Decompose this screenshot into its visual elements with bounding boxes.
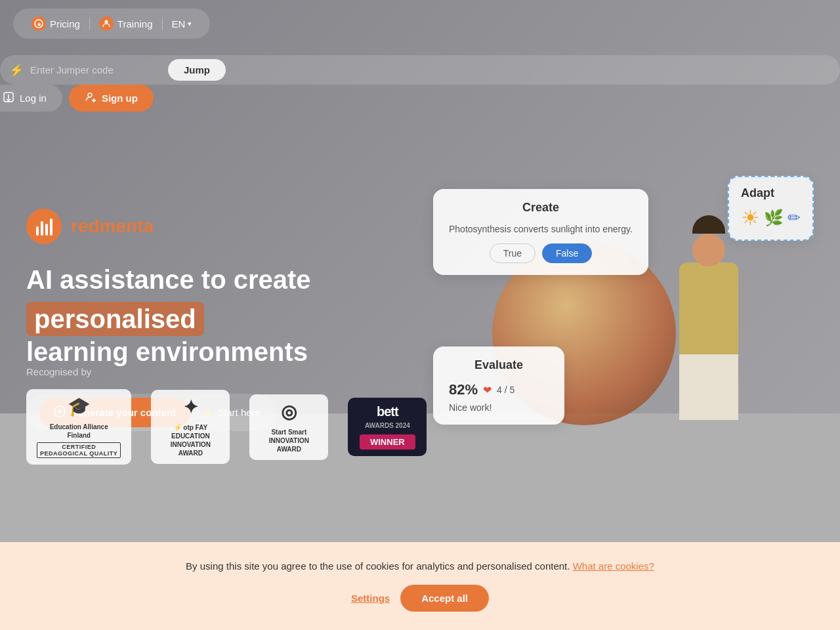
bar4 bbox=[50, 219, 52, 236]
otp-icon: ✦ bbox=[183, 396, 198, 418]
bar3 bbox=[45, 224, 48, 236]
ss-icon: ◎ bbox=[281, 401, 297, 423]
pricing-nav-item[interactable]: ★ Pricing bbox=[25, 14, 87, 33]
ss-name: Start SmartINNOVATIONAWARD bbox=[269, 428, 309, 453]
bett-title: bett bbox=[377, 404, 398, 419]
svg-point-2 bbox=[104, 20, 108, 24]
bolt-icon: ⚡ bbox=[9, 63, 24, 77]
bar2 bbox=[41, 221, 43, 236]
bett-winner: WINNER bbox=[360, 434, 415, 450]
pricing-label: Pricing bbox=[50, 18, 80, 30]
right-panel: Create Photosynthesis converts sunlight … bbox=[394, 163, 814, 524]
eaf-certified: CERTIFIEDPEDAGOGICAL QUALITY bbox=[37, 442, 121, 458]
svg-text:★: ★ bbox=[37, 22, 42, 28]
hero-title-highlight-wrap: personalised bbox=[26, 302, 394, 336]
eaf-icon: 🎓 bbox=[68, 396, 91, 417]
jumper-bar: ⚡ Jump bbox=[0, 55, 840, 85]
jump-button[interactable]: Jump bbox=[168, 59, 226, 81]
cookie-buttons: Settings Accept all bbox=[351, 585, 489, 612]
true-false-row: True False bbox=[449, 243, 633, 263]
badge-eaf: 🎓 Education AllianceFinland CERTIFIEDPED… bbox=[26, 389, 131, 465]
nav-divider bbox=[89, 17, 90, 30]
badges-row: 🎓 Education AllianceFinland CERTIFIEDPED… bbox=[26, 389, 840, 465]
training-label: Training bbox=[117, 18, 153, 30]
leaf-icon: 🌿 bbox=[764, 209, 784, 227]
badge-otp: ✦ ⚡ otp FAYEDUCATIONINNOVATIONAWARD bbox=[151, 390, 230, 464]
login-icon bbox=[3, 91, 14, 105]
training-icon bbox=[99, 16, 114, 31]
adapt-card-title: Adapt bbox=[741, 186, 801, 200]
create-card-question: Photosynthesis converts sunlight into en… bbox=[449, 224, 633, 234]
false-button[interactable]: False bbox=[542, 243, 592, 263]
user-plus-icon bbox=[85, 91, 96, 105]
hero-title-line1: AI assistance to create bbox=[26, 264, 394, 295]
person-head bbox=[692, 234, 725, 266]
signup-label: Sign up bbox=[102, 93, 138, 104]
hero-highlight: personalised bbox=[26, 302, 204, 336]
nav-left-group: ★ Pricing Training EN ▾ bbox=[13, 9, 210, 39]
training-nav-item[interactable]: Training bbox=[93, 14, 159, 33]
badge-bett: bett AWARDS 2024 WINNER bbox=[348, 398, 427, 456]
brand-row: redmenta bbox=[26, 209, 394, 244]
login-button[interactable]: Log in bbox=[0, 85, 62, 112]
cookie-accept-button[interactable]: Accept all bbox=[400, 585, 489, 612]
create-card: Create Photosynthesis converts sunlight … bbox=[433, 189, 648, 275]
nav-right: Log in Sign up bbox=[0, 85, 827, 112]
otp-name: ⚡ otp FAYEDUCATIONINNOVATIONAWARD bbox=[171, 423, 211, 457]
person-hair bbox=[692, 215, 725, 234]
pricing-icon: ★ bbox=[32, 16, 46, 31]
hero-subtitle: learning environments bbox=[26, 336, 394, 368]
badge-startsmart: ◎ Start SmartINNOVATIONAWARD bbox=[249, 394, 328, 460]
pencil-icon: ✏ bbox=[788, 209, 801, 227]
true-button[interactable]: True bbox=[490, 243, 536, 263]
language-selector[interactable]: EN ▾ bbox=[165, 16, 199, 32]
cookie-banner: By using this site you agree to the use … bbox=[0, 542, 840, 630]
cookie-settings-button[interactable]: Settings bbox=[351, 585, 390, 612]
bett-awards: AWARDS 2024 bbox=[365, 422, 410, 429]
cookie-link[interactable]: What are cookies? bbox=[573, 560, 654, 572]
person-body bbox=[679, 262, 738, 354]
recognised-label: Recognised by bbox=[26, 366, 840, 377]
signup-button[interactable]: Sign up bbox=[69, 85, 154, 112]
brand-name: redmenta bbox=[71, 216, 154, 237]
recognised-section: Recognised by 🎓 Education AllianceFinlan… bbox=[26, 366, 840, 465]
create-card-title: Create bbox=[449, 201, 633, 215]
bar1 bbox=[36, 226, 39, 236]
svg-point-4 bbox=[88, 93, 92, 97]
chevron-down-icon: ▾ bbox=[188, 20, 192, 28]
cookie-text: By using this site you agree to the use … bbox=[186, 560, 654, 572]
nav-divider2 bbox=[162, 17, 163, 30]
brand-bars-icon bbox=[36, 217, 52, 236]
login-label: Log in bbox=[20, 93, 47, 104]
jumper-input[interactable] bbox=[30, 64, 161, 75]
brand-logo bbox=[26, 209, 62, 244]
main-content: redmenta AI assistance to create persona… bbox=[0, 163, 840, 524]
language-label: EN bbox=[172, 18, 186, 30]
eaf-name: Education AllianceFinland bbox=[50, 423, 108, 440]
